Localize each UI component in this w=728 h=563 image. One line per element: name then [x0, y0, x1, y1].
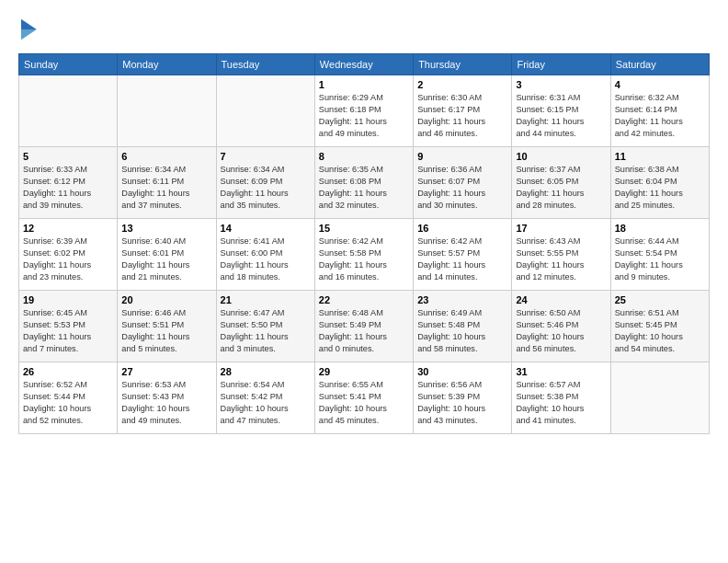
calendar-cell: 7Sunrise: 6:34 AM Sunset: 6:09 PM Daylig…	[216, 147, 314, 219]
day-info: Sunrise: 6:39 AM Sunset: 6:02 PM Dayligh…	[23, 236, 113, 283]
calendar-cell: 17Sunrise: 6:43 AM Sunset: 5:55 PM Dayli…	[512, 219, 610, 291]
day-info: Sunrise: 6:50 AM Sunset: 5:46 PM Dayligh…	[516, 307, 606, 355]
day-number: 29	[319, 366, 409, 377]
day-number: 14	[221, 223, 311, 234]
day-info: Sunrise: 6:29 AM Sunset: 6:18 PM Dayligh…	[319, 92, 409, 140]
header	[18, 17, 710, 42]
day-info: Sunrise: 6:48 AM Sunset: 5:49 PM Dayligh…	[319, 307, 409, 355]
page: SundayMondayTuesdayWednesdayThursdayFrid…	[0, 0, 728, 563]
day-info: Sunrise: 6:42 AM Sunset: 5:58 PM Dayligh…	[319, 236, 409, 283]
day-number: 1	[319, 79, 409, 90]
day-number: 23	[417, 294, 507, 305]
calendar-cell: 29Sunrise: 6:55 AM Sunset: 5:41 PM Dayli…	[314, 362, 413, 434]
day-of-week-header: Wednesday	[314, 54, 413, 75]
calendar-cell: 27Sunrise: 6:53 AM Sunset: 5:43 PM Dayli…	[118, 362, 216, 434]
day-number: 6	[121, 151, 211, 162]
calendar-cell: 30Sunrise: 6:56 AM Sunset: 5:39 PM Dayli…	[414, 362, 512, 434]
day-number: 24	[516, 294, 606, 305]
calendar-cell	[118, 75, 216, 147]
logo	[18, 17, 40, 42]
calendar-cell: 26Sunrise: 6:52 AM Sunset: 5:44 PM Dayli…	[19, 362, 118, 434]
day-number: 26	[23, 366, 113, 377]
day-info: Sunrise: 6:34 AM Sunset: 6:11 PM Dayligh…	[121, 164, 211, 212]
day-info: Sunrise: 6:53 AM Sunset: 5:43 PM Dayligh…	[121, 379, 211, 427]
day-number: 9	[417, 151, 507, 162]
day-number: 19	[23, 294, 113, 305]
day-number: 21	[221, 294, 311, 305]
day-info: Sunrise: 6:34 AM Sunset: 6:09 PM Dayligh…	[221, 164, 311, 212]
calendar-cell: 15Sunrise: 6:42 AM Sunset: 5:58 PM Dayli…	[314, 219, 413, 291]
day-info: Sunrise: 6:30 AM Sunset: 6:17 PM Dayligh…	[417, 92, 507, 140]
day-info: Sunrise: 6:54 AM Sunset: 5:42 PM Dayligh…	[221, 379, 311, 427]
calendar-cell: 25Sunrise: 6:51 AM Sunset: 5:45 PM Dayli…	[610, 291, 709, 362]
day-number: 11	[615, 151, 705, 162]
calendar-cell	[19, 75, 118, 147]
day-number: 16	[417, 223, 507, 234]
day-number: 7	[221, 151, 311, 162]
day-number: 20	[121, 294, 211, 305]
day-number: 25	[615, 294, 705, 305]
day-number: 28	[221, 366, 311, 377]
day-info: Sunrise: 6:41 AM Sunset: 6:00 PM Dayligh…	[221, 236, 311, 283]
calendar-cell: 28Sunrise: 6:54 AM Sunset: 5:42 PM Dayli…	[216, 362, 314, 434]
calendar-cell: 18Sunrise: 6:44 AM Sunset: 5:54 PM Dayli…	[610, 219, 709, 291]
day-number: 4	[615, 79, 705, 90]
day-number: 8	[319, 151, 409, 162]
day-number: 18	[615, 223, 705, 234]
day-info: Sunrise: 6:55 AM Sunset: 5:41 PM Dayligh…	[319, 379, 409, 427]
day-info: Sunrise: 6:36 AM Sunset: 6:07 PM Dayligh…	[417, 164, 507, 212]
calendar-cell: 1Sunrise: 6:29 AM Sunset: 6:18 PM Daylig…	[314, 75, 413, 147]
calendar-cell: 5Sunrise: 6:33 AM Sunset: 6:12 PM Daylig…	[19, 147, 118, 219]
calendar-cell: 23Sunrise: 6:49 AM Sunset: 5:48 PM Dayli…	[414, 291, 512, 362]
day-number: 3	[516, 79, 606, 90]
calendar-cell	[216, 75, 314, 147]
calendar-cell: 22Sunrise: 6:48 AM Sunset: 5:49 PM Dayli…	[314, 291, 413, 362]
day-info: Sunrise: 6:33 AM Sunset: 6:12 PM Dayligh…	[23, 164, 113, 212]
calendar-table: SundayMondayTuesdayWednesdayThursdayFrid…	[18, 53, 710, 434]
calendar-cell: 8Sunrise: 6:35 AM Sunset: 6:08 PM Daylig…	[314, 147, 413, 219]
day-number: 15	[319, 223, 409, 234]
day-info: Sunrise: 6:31 AM Sunset: 6:15 PM Dayligh…	[516, 92, 606, 140]
day-info: Sunrise: 6:49 AM Sunset: 5:48 PM Dayligh…	[417, 307, 507, 355]
calendar-cell: 3Sunrise: 6:31 AM Sunset: 6:15 PM Daylig…	[512, 75, 610, 147]
day-info: Sunrise: 6:45 AM Sunset: 5:53 PM Dayligh…	[23, 307, 113, 355]
calendar-cell: 24Sunrise: 6:50 AM Sunset: 5:46 PM Dayli…	[512, 291, 610, 362]
svg-marker-0	[21, 19, 37, 29]
day-of-week-header: Sunday	[19, 54, 118, 75]
day-number: 2	[417, 79, 507, 90]
calendar-cell: 4Sunrise: 6:32 AM Sunset: 6:14 PM Daylig…	[610, 75, 709, 147]
day-info: Sunrise: 6:57 AM Sunset: 5:38 PM Dayligh…	[516, 379, 606, 427]
day-number: 5	[23, 151, 113, 162]
calendar-header-row: SundayMondayTuesdayWednesdayThursdayFrid…	[19, 54, 710, 75]
day-info: Sunrise: 6:37 AM Sunset: 6:05 PM Dayligh…	[516, 164, 606, 212]
day-number: 31	[516, 366, 606, 377]
calendar-cell: 14Sunrise: 6:41 AM Sunset: 6:00 PM Dayli…	[216, 219, 314, 291]
calendar-cell: 16Sunrise: 6:42 AM Sunset: 5:57 PM Dayli…	[414, 219, 512, 291]
calendar-cell: 2Sunrise: 6:30 AM Sunset: 6:17 PM Daylig…	[414, 75, 512, 147]
day-number: 22	[319, 294, 409, 305]
day-number: 10	[516, 151, 606, 162]
day-info: Sunrise: 6:44 AM Sunset: 5:54 PM Dayligh…	[615, 236, 705, 283]
day-info: Sunrise: 6:56 AM Sunset: 5:39 PM Dayligh…	[417, 379, 507, 427]
svg-marker-1	[21, 29, 37, 40]
calendar-week-row: 5Sunrise: 6:33 AM Sunset: 6:12 PM Daylig…	[19, 147, 710, 219]
logo-bird-icon	[18, 17, 37, 42]
calendar-cell: 31Sunrise: 6:57 AM Sunset: 5:38 PM Dayli…	[512, 362, 610, 434]
day-info: Sunrise: 6:38 AM Sunset: 6:04 PM Dayligh…	[615, 164, 705, 212]
day-of-week-header: Thursday	[414, 54, 512, 75]
day-info: Sunrise: 6:52 AM Sunset: 5:44 PM Dayligh…	[23, 379, 113, 427]
day-number: 27	[121, 366, 211, 377]
day-info: Sunrise: 6:32 AM Sunset: 6:14 PM Dayligh…	[615, 92, 705, 140]
calendar-cell: 12Sunrise: 6:39 AM Sunset: 6:02 PM Dayli…	[19, 219, 118, 291]
day-info: Sunrise: 6:35 AM Sunset: 6:08 PM Dayligh…	[319, 164, 409, 212]
day-info: Sunrise: 6:43 AM Sunset: 5:55 PM Dayligh…	[516, 236, 606, 283]
calendar-week-row: 19Sunrise: 6:45 AM Sunset: 5:53 PM Dayli…	[19, 291, 710, 362]
day-of-week-header: Saturday	[610, 54, 709, 75]
day-info: Sunrise: 6:42 AM Sunset: 5:57 PM Dayligh…	[417, 236, 507, 283]
calendar-cell: 10Sunrise: 6:37 AM Sunset: 6:05 PM Dayli…	[512, 147, 610, 219]
day-number: 30	[417, 366, 507, 377]
day-info: Sunrise: 6:40 AM Sunset: 6:01 PM Dayligh…	[121, 236, 211, 283]
day-of-week-header: Friday	[512, 54, 610, 75]
calendar-week-row: 26Sunrise: 6:52 AM Sunset: 5:44 PM Dayli…	[19, 362, 710, 434]
calendar-cell: 19Sunrise: 6:45 AM Sunset: 5:53 PM Dayli…	[19, 291, 118, 362]
